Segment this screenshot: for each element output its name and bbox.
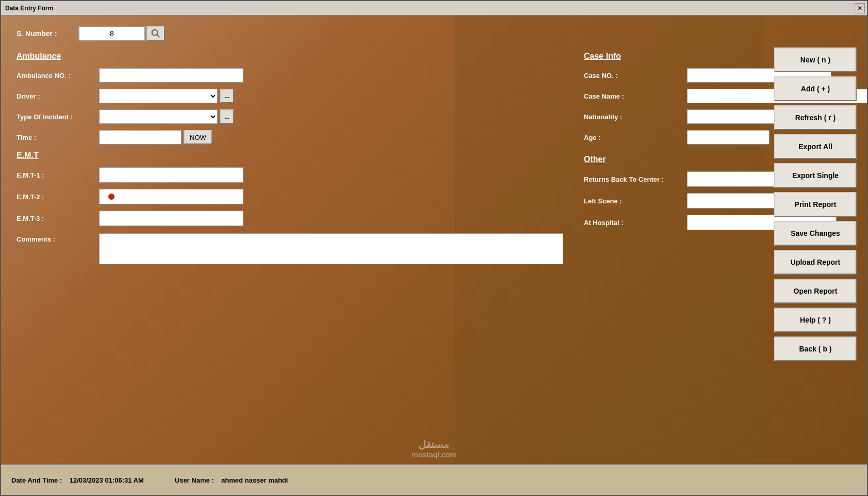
snumber-label: S. Number :: [17, 29, 78, 38]
refresh-button[interactable]: Refresh ( r ): [774, 105, 857, 130]
emt2-input[interactable]: [99, 189, 243, 204]
search-icon: [150, 28, 161, 39]
comments-label: Comments :: [17, 235, 99, 243]
time-label: Time :: [17, 134, 99, 141]
status-datetime: Date And Time : 12/03/2023 01:06:31 AM: [11, 476, 144, 484]
nationality-label: Nationality :: [584, 113, 687, 121]
age-label: Age :: [584, 134, 687, 141]
ambulance-no-input[interactable]: [99, 68, 243, 83]
incident-dropdown-wrapper: ...: [99, 109, 234, 124]
time-input[interactable]: [99, 130, 182, 145]
emt3-label: E.M.T-3 :: [17, 215, 99, 222]
username-label: User Name :: [175, 476, 214, 484]
age-input[interactable]: [687, 130, 769, 145]
emt2-wrapper: [99, 189, 243, 204]
export-all-button[interactable]: Export All: [774, 134, 857, 159]
datetime-label: Date And Time :: [11, 476, 62, 484]
left-column: Ambulance Ambulance NO. : Driver : ...: [17, 52, 563, 264]
back-button[interactable]: Back ( b ): [774, 337, 857, 361]
ambulance-section: Ambulance Ambulance NO. : Driver : ...: [17, 52, 563, 145]
emt1-input[interactable]: [99, 167, 243, 183]
close-button[interactable]: ✕: [855, 3, 865, 13]
driver-label: Driver :: [17, 92, 99, 100]
snumber-row: S. Number :: [17, 26, 851, 41]
driver-select[interactable]: [99, 89, 218, 103]
emt1-label: E.M.T-1 :: [17, 171, 99, 179]
title-bar: Data Entry Form ✕: [1, 1, 867, 15]
comments-textarea[interactable]: [99, 233, 563, 264]
emt2-label: E.M.T-2 :: [17, 193, 99, 201]
sidebar-buttons: New ( n ) Add ( + ) Refresh ( r ) Export…: [774, 47, 857, 361]
form-area: S. Number : Ambulance Ambulance NO. :: [1, 15, 867, 275]
search-button[interactable]: [146, 26, 165, 41]
watermark-line1: مستقل: [412, 438, 456, 451]
driver-dropdown-wrapper: ...: [99, 89, 234, 103]
driver-row: Driver : ...: [17, 89, 563, 103]
status-username: User Name : ahmed nasser mahdi: [175, 476, 288, 484]
comments-section: Comments :: [17, 233, 563, 264]
incident-type-label: Type Of Incident :: [17, 113, 99, 121]
emt1-row: E.M.T-1 :: [17, 167, 563, 183]
snumber-input[interactable]: [78, 26, 145, 41]
save-changes-button[interactable]: Save Changes: [774, 221, 857, 246]
case-name-label: Case Name :: [584, 92, 687, 100]
window-title: Data Entry Form: [5, 5, 53, 12]
ambulance-no-label: Ambulance NO. :: [17, 72, 99, 79]
upload-report-button[interactable]: Upload Report: [774, 250, 857, 275]
emt3-row: E.M.T-3 :: [17, 211, 563, 226]
emt3-input[interactable]: [99, 211, 243, 226]
watermark-line2: mostaql.com: [412, 451, 456, 459]
main-window: Data Entry Form ✕ S. Number : Ambula: [0, 0, 868, 496]
ambulance-section-title: Ambulance: [17, 52, 563, 61]
now-button[interactable]: NOW: [184, 130, 212, 145]
username-value: ahmed nasser mahdi: [221, 476, 288, 484]
svg-line-1: [157, 35, 159, 37]
new-button[interactable]: New ( n ): [774, 47, 857, 72]
status-bar: Date And Time : 12/03/2023 01:06:31 AM U…: [1, 464, 867, 495]
at-hospital-label: At Hospital :: [584, 219, 687, 227]
left-scene-label: Left Scene :: [584, 197, 687, 205]
export-single-button[interactable]: Export Single: [774, 163, 857, 188]
help-button[interactable]: Help ( ? ): [774, 308, 857, 332]
watermark: مستقل mostaql.com: [412, 438, 456, 459]
incident-type-select[interactable]: [99, 109, 218, 124]
form-columns: Ambulance Ambulance NO. : Driver : ...: [17, 52, 851, 264]
close-icon: ✕: [857, 5, 862, 12]
emt-section-title: E.M.T: [17, 151, 563, 160]
driver-dots-button[interactable]: ...: [220, 89, 234, 103]
add-button[interactable]: Add ( + ): [774, 76, 857, 101]
print-report-button[interactable]: Print Report: [774, 192, 857, 217]
returns-back-label: Returns Back To Center :: [584, 175, 687, 183]
incident-dots-button[interactable]: ...: [220, 109, 234, 124]
time-row: Time : NOW: [17, 130, 563, 145]
open-report-button[interactable]: Open Report: [774, 279, 857, 303]
ambulance-no-row: Ambulance NO. :: [17, 68, 563, 83]
case-no-label: Case NO. :: [584, 72, 687, 79]
datetime-value: 12/03/2023 01:06:31 AM: [70, 476, 144, 484]
svg-point-0: [152, 30, 158, 36]
emt2-row: E.M.T-2 :: [17, 189, 563, 204]
emt-section: E.M.T E.M.T-1 : E.M.T-2 : E.M.T-3 :: [17, 151, 563, 226]
incident-type-row: Type Of Incident : ...: [17, 109, 563, 124]
